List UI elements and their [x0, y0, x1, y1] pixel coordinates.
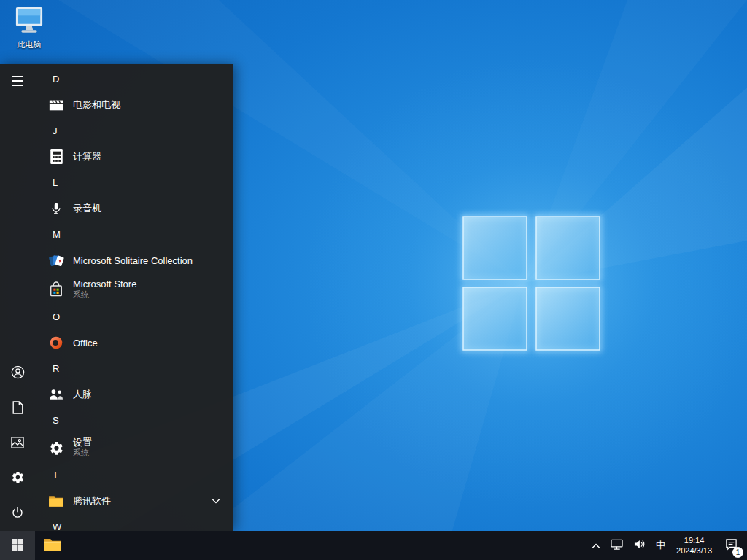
app-row-tencent-folder[interactable]: 腾讯软件 — [35, 487, 233, 515]
letter-header-d[interactable]: D — [35, 67, 233, 91]
power-icon — [11, 506, 24, 521]
app-row-solitaire[interactable]: Microsoft Solitaire Collection — [35, 246, 233, 274]
app-label: 录音机 — [73, 202, 101, 215]
app-row-movies-tv[interactable]: 电影和电视 — [35, 91, 233, 119]
start-menu: D 电影和电视 J — [0, 64, 233, 531]
chevron-down-icon[interactable] — [212, 498, 220, 504]
windows-desktop: 此电脑 — [0, 0, 747, 560]
hamburger-menu-icon — [12, 76, 23, 88]
file-explorer-icon — [44, 537, 61, 554]
letter-header-w[interactable]: W — [35, 515, 233, 531]
expand-menu-button[interactable] — [0, 64, 35, 99]
people-icon — [47, 385, 66, 404]
rail-bottom-group — [0, 356, 35, 531]
microsoft-store-icon — [47, 280, 66, 299]
action-center-button[interactable]: 1 — [718, 531, 744, 560]
documents-button[interactable] — [0, 391, 35, 426]
windows-logo-icon — [12, 539, 23, 553]
letter-header-m[interactable]: M — [35, 222, 233, 246]
desktop-icon-label: 此电脑 — [18, 39, 42, 50]
chevron-up-icon — [592, 540, 600, 551]
letter-header-t[interactable]: T — [35, 463, 233, 487]
clock-time: 19:14 — [684, 535, 705, 545]
settings-gear-icon — [47, 438, 66, 457]
this-pc-icon — [14, 6, 44, 38]
clock-date: 2024/3/13 — [676, 545, 712, 556]
file-explorer-button[interactable] — [35, 531, 70, 560]
account-icon — [11, 365, 25, 381]
movies-tv-icon — [47, 96, 66, 114]
settings-button[interactable] — [0, 461, 35, 496]
app-row-microsoft-store[interactable]: Microsoft Store 系统 — [35, 274, 233, 305]
account-button[interactable] — [0, 356, 35, 391]
app-sublabel: 系统 — [73, 290, 136, 300]
ime-indicator[interactable]: 中 — [651, 531, 670, 560]
calculator-icon — [47, 147, 66, 166]
app-row-people[interactable]: 人脉 — [35, 381, 233, 408]
letter-header-j[interactable]: J — [35, 119, 233, 143]
desktop-icon-this-pc[interactable]: 此电脑 — [9, 6, 50, 50]
volume-button[interactable] — [628, 531, 651, 560]
letter-header-s[interactable]: S — [35, 408, 233, 432]
taskbar: 中 19:14 2024/3/13 1 — [0, 531, 747, 560]
app-label: Microsoft Solitaire Collection — [73, 255, 193, 266]
pictures-icon — [11, 437, 24, 451]
notification-badge: 1 — [732, 547, 743, 558]
app-sublabel: 系统 — [73, 448, 92, 459]
gear-icon — [11, 470, 25, 486]
app-row-calculator[interactable]: 计算器 — [35, 143, 233, 171]
app-row-settings[interactable]: 设置 系统 — [35, 432, 233, 463]
app-row-office[interactable]: Office — [35, 329, 233, 357]
app-label: 设置 — [73, 437, 92, 448]
app-label: 计算器 — [73, 150, 101, 163]
document-icon — [12, 401, 23, 416]
system-tray: 中 19:14 2024/3/13 1 — [587, 531, 747, 560]
app-label: Microsoft Store — [73, 279, 136, 290]
solitaire-cards-icon — [47, 251, 66, 270]
app-row-voice-recorder[interactable]: 录音机 — [35, 195, 233, 222]
speaker-icon — [633, 539, 646, 552]
network-icon — [611, 539, 623, 553]
pictures-button[interactable] — [0, 426, 35, 461]
app-label: 电影和电视 — [73, 98, 120, 112]
letter-header-o[interactable]: O — [35, 305, 233, 329]
letter-header-l[interactable]: L — [35, 171, 233, 195]
folder-icon — [47, 491, 66, 510]
start-app-list: D 电影和电视 J — [35, 64, 233, 531]
app-label: Office — [73, 338, 98, 349]
tray-chevron-up-button[interactable] — [587, 531, 605, 560]
app-label: 人脉 — [73, 388, 92, 401]
office-icon — [47, 333, 66, 352]
start-button[interactable] — [0, 531, 35, 560]
app-label: 腾讯软件 — [73, 494, 111, 508]
network-button[interactable] — [605, 531, 628, 560]
taskbar-clock[interactable]: 19:14 2024/3/13 — [670, 531, 718, 560]
power-button[interactable] — [0, 496, 35, 531]
letter-header-r[interactable]: R — [35, 357, 233, 381]
start-menu-rail — [0, 64, 35, 531]
microphone-icon — [47, 199, 66, 218]
